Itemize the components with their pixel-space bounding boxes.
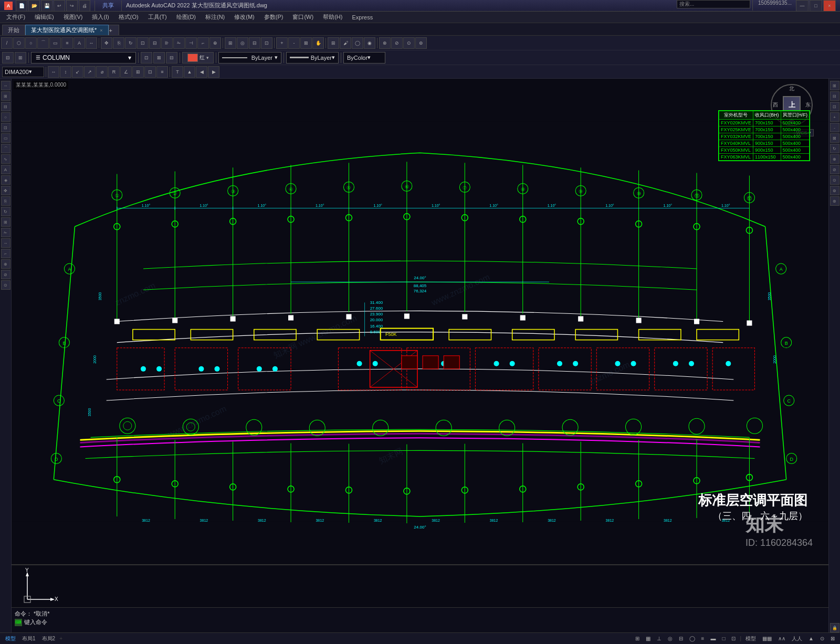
plot-btn[interactable]: 🖨	[79, 0, 90, 12]
tab-drawing[interactable]: 某大型医院通风空调图纸* ×	[25, 25, 109, 35]
menu-dim[interactable]: 标注(N)	[201, 12, 229, 22]
sidebar-tool-8[interactable]: ∿	[1, 154, 10, 164]
dim-tool13[interactable]: ◀	[196, 66, 207, 78]
color-btn[interactable]: 红 ▾	[182, 52, 214, 64]
tab-close-icon[interactable]: ×	[100, 28, 102, 33]
status-lw[interactable]: ▬	[708, 636, 718, 641]
right-tool-2[interactable]: ⊟	[830, 91, 839, 101]
tab-start[interactable]: 开始	[2, 25, 25, 35]
tool-zoom-out[interactable]: -	[288, 37, 300, 49]
bottom-canvas[interactable]: Y X	[12, 565, 828, 607]
tool-rect[interactable]: ▭	[49, 37, 61, 49]
dim-tool10[interactable]: ≡	[156, 66, 168, 78]
tool-zoom-all[interactable]: ⊠	[300, 37, 312, 49]
layer-state-btn[interactable]: ⊞	[15, 52, 26, 64]
sidebar-tool-20[interactable]: ⊙	[1, 280, 10, 290]
dim-tool14[interactable]: ▶	[208, 66, 219, 78]
dim-tool4[interactable]: ↗	[84, 66, 96, 78]
tool-prop[interactable]: ⊞	[328, 37, 339, 49]
tool-copy[interactable]: ⎘	[113, 37, 124, 49]
prop-btn1[interactable]: ⊡	[141, 52, 152, 64]
sidebar-tool-2[interactable]: ⊞	[1, 91, 10, 101]
save-btn[interactable]: 💾	[41, 0, 52, 12]
status-layout2[interactable]: 布局2	[40, 635, 58, 642]
status-ortho[interactable]: ⊥	[655, 636, 664, 641]
dim-tool6[interactable]: R	[108, 66, 120, 78]
tool-isolate[interactable]: ◯	[352, 37, 363, 49]
status-model[interactable]: 模型	[3, 635, 18, 642]
command-prompt[interactable]: ⌨ 键入命令	[15, 618, 825, 626]
sidebar-tool-15[interactable]: ✁	[1, 228, 10, 237]
open-btn[interactable]: 📂	[28, 0, 40, 12]
right-tool-10[interactable]: ⊙	[830, 175, 839, 185]
tool-extend[interactable]: ⊣	[185, 37, 197, 49]
sidebar-tool-4[interactable]: ○	[1, 112, 10, 122]
status-view-grid[interactable]: ▦▦	[760, 636, 774, 641]
tool-rotate[interactable]: ↻	[125, 37, 136, 49]
tool-line[interactable]: /	[1, 37, 13, 49]
tool-extra3[interactable]: ⊙	[403, 37, 415, 49]
sidebar-tool-13[interactable]: ↻	[1, 207, 10, 216]
dim-tool11[interactable]: T	[172, 66, 183, 78]
tool-extra2[interactable]: ⊘	[391, 37, 403, 49]
close-btn[interactable]: ×	[823, 0, 836, 12]
status-osnap[interactable]: ⊟	[677, 636, 685, 641]
tool-layer[interactable]: ⊟	[249, 37, 260, 49]
tool-hatch[interactable]: ≡	[61, 37, 73, 49]
status-sel[interactable]: ⊡	[729, 636, 738, 641]
dim-tool8[interactable]: ⊞	[132, 66, 144, 78]
tool-match[interactable]: 🖌	[340, 37, 351, 49]
tool-text[interactable]: A	[74, 37, 85, 49]
menu-view[interactable]: 视图(V)	[59, 12, 87, 22]
right-tool-4[interactable]: +	[830, 112, 839, 122]
redo-btn[interactable]: ↪	[66, 0, 78, 12]
right-tool-5[interactable]: -	[830, 123, 839, 132]
tool-dim[interactable]: ↔	[86, 37, 97, 49]
new-btn[interactable]: 📄	[16, 0, 27, 12]
right-tool-6[interactable]: ⊠	[830, 133, 839, 143]
tool-offset[interactable]: ⊪	[161, 37, 173, 49]
tool-mirror[interactable]: ⊟	[149, 37, 161, 49]
layer-dropdown[interactable]: ☰ COLUMN ▾	[31, 52, 136, 64]
menu-window[interactable]: 窗口(W)	[288, 12, 318, 22]
plotstyle-dropdown[interactable]: ByColor ▾	[343, 52, 385, 64]
status-otrack[interactable]: ◯	[687, 636, 697, 641]
sidebar-tool-9[interactable]: A	[1, 165, 10, 174]
sidebar-tool-14[interactable]: ⊞	[1, 217, 10, 227]
right-tool-7[interactable]: ↻	[830, 144, 839, 153]
menu-edit[interactable]: 编辑(E)	[30, 12, 58, 22]
tab-new[interactable]: +	[109, 25, 119, 35]
dim-tool7[interactable]: ∠	[120, 66, 132, 78]
sidebar-tool-7[interactable]: ⌒	[1, 144, 10, 153]
status-snap[interactable]: ⊞	[633, 636, 642, 641]
status-fullscreen[interactable]: ⊠	[828, 636, 837, 641]
sidebar-tool-19[interactable]: ⊘	[1, 270, 10, 279]
status-isolate[interactable]: ⊙	[818, 636, 826, 641]
sidebar-tool-5[interactable]: ⊡	[1, 123, 10, 132]
tool-scale[interactable]: ⊡	[137, 37, 149, 49]
right-tool-11[interactable]: ⊚	[830, 186, 839, 195]
maximize-btn[interactable]: □	[810, 0, 822, 12]
tool-fillet[interactable]: ⌐	[197, 37, 209, 49]
menu-insert[interactable]: 插入(I)	[88, 12, 113, 22]
menu-param[interactable]: 参数(P)	[260, 12, 288, 22]
right-tool-lock[interactable]: 🔒	[830, 623, 839, 632]
status-dynin[interactable]: ≡	[699, 636, 707, 641]
sidebar-tool-3[interactable]: ⊟	[1, 102, 10, 111]
tool-zoom-in[interactable]: +	[276, 37, 288, 49]
sidebar-tool-12[interactable]: ⎘	[1, 196, 10, 206]
menu-file[interactable]: 文件(F)	[2, 12, 29, 22]
menu-help[interactable]: 帮助(H)	[319, 12, 346, 22]
prop-btn3[interactable]: ⊟	[166, 52, 177, 64]
search-bar[interactable]: 搜索...	[677, 0, 750, 8]
right-tool-8[interactable]: ⊕	[830, 154, 839, 164]
linetype-dropdown[interactable]: ByLayer ▾	[218, 52, 281, 64]
tool-extra1[interactable]: ⊗	[379, 37, 391, 49]
menu-draw[interactable]: 绘图(D)	[172, 12, 200, 22]
dim-tool2[interactable]: ↕	[60, 66, 71, 78]
dimstyle-dropdown[interactable]: DIMA200 ▾	[2, 67, 44, 77]
right-tool-9[interactable]: ⊘	[830, 165, 839, 174]
menu-modify[interactable]: 修改(M)	[230, 12, 259, 22]
undo-btn[interactable]: ↩	[54, 0, 65, 12]
tool-polyline[interactable]: ⬡	[13, 37, 25, 49]
